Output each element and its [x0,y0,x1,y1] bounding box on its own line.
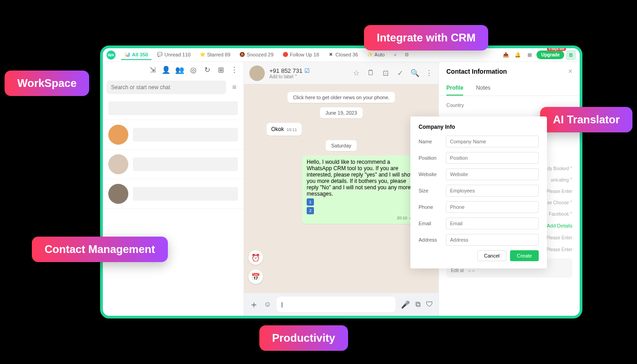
message-time: 19:11 [287,127,297,132]
upgrade-button[interactable]: Upgrade5 days left [536,51,564,59]
input-email[interactable] [446,217,539,229]
company-info-popup: Company Info Name Position Website Size … [410,116,547,268]
input-position[interactable] [446,152,539,164]
chat-list-item[interactable] [103,97,243,120]
archive-icon[interactable]: ⊡ [381,69,389,77]
template-icon[interactable]: ⧉ [415,300,420,308]
star-icon[interactable]: ☆ [352,69,360,77]
keycap-2: 2 [307,207,314,214]
add-label-link[interactable]: Add to label ˅ [269,74,310,79]
label-name: Name [419,139,441,144]
refresh-icon[interactable]: ↻ [202,66,212,74]
note-icon[interactable]: 🗒 [367,69,375,77]
export-icon[interactable]: ⇲ [148,66,157,74]
x-icon: ✖ [328,52,334,57]
inbox-icon[interactable]: 📥 [501,50,511,60]
message-incoming: Okok19:11 [267,123,302,136]
chat-panel: +91 852 731 ☑ Add to label ˅ ☆ 🗒 ⊡ ✓ 🔍 ⋮… [244,62,439,316]
menu-icon[interactable]: ⋮ [425,69,433,77]
label-address: Address [419,237,441,243]
star-icon: ⭐ [200,52,205,57]
chat-list-item[interactable] [103,179,243,209]
tab-unread[interactable]: 💬Unread 110 [153,50,194,60]
chat-body[interactable]: Click here to get older news on your pho… [244,85,439,293]
check-icon[interactable]: ✓ [396,69,404,77]
tab-auto[interactable]: ✨Auto [364,50,389,60]
contact-name: +91 852 731 ☑ [269,67,310,74]
date-pill: June 19, 2023 [320,107,363,118]
calendar-button[interactable]: 📅 [248,269,263,284]
more-icon[interactable]: ⋮ [230,66,239,74]
callout-integrate-crm: Integrate with CRM [364,25,488,51]
tab-closed[interactable]: ✖Closed 36 [324,50,362,60]
callout-productivity: Productivity [259,325,348,351]
upgrade-badge: 5 days left [547,47,566,51]
box-icon[interactable]: ⊞ [216,66,225,74]
dot-icon: 🔴 [283,52,288,57]
label-website: Website [419,172,441,177]
message-input[interactable] [277,297,395,312]
label-phone: Phone [419,204,441,210]
message-outgoing: Hello, I would like to recommend a Whats… [302,156,420,224]
input-phone[interactable] [446,201,539,213]
popup-title: Company Info [419,124,539,130]
app-logo: WA [106,51,116,60]
contact-avatar[interactable] [249,66,265,81]
tab-followup[interactable]: 🔴Follow Up 18 [279,50,323,60]
alarm-button[interactable]: ⏰ [248,250,263,265]
tab-notes[interactable]: Notes [476,81,490,96]
tab-profile[interactable]: Profile [446,81,463,96]
tab-starred[interactable]: ⭐Starred 89 [196,50,234,60]
bell-icon[interactable]: 🔔 [513,50,523,60]
search-icon[interactable]: 🔍 [410,69,419,77]
create-button[interactable]: Create [510,250,539,261]
mic-icon[interactable]: 🎤 [401,300,410,309]
input-company-name[interactable] [446,136,539,147]
user-avatar[interactable]: B [566,50,576,60]
info-header: Contact Information × [439,62,580,81]
chat-input-bar: ＋ ☺ 🎤 ⧉ 🛡 [244,293,439,316]
label-size: Size [419,188,441,193]
sidebar: ⇲ 👤 👥 ◎ ↻ ⊞ ⋮ ≡ [103,62,244,316]
tab-snoozed[interactable]: 🔕Snoozed 29 [236,50,277,60]
input-size[interactable] [446,185,539,197]
info-title: Contact Information [446,68,507,75]
label-email: Email [419,221,441,226]
sparkle-icon: ✨ [367,52,373,57]
chat-list-item[interactable] [103,120,243,150]
grid-icon[interactable]: ▦ [525,50,535,60]
emoji-icon[interactable]: ☺ [264,300,271,308]
snooze-icon: 🔕 [239,52,245,57]
adduser-icon[interactable]: 👤 [162,66,171,74]
sidebar-header: ⇲ 👤 👥 ◎ ↻ ⊞ ⋮ [103,62,243,78]
info-tabs: Profile Notes [439,81,580,96]
floating-actions: ⏰ 📅 [248,250,263,284]
sliders-icon[interactable]: ⚙ [402,50,412,60]
cancel-button[interactable]: Cancel [477,250,506,261]
verified-icon: ☑ [304,67,310,74]
sidebar-actions: ⇲ 👤 👥 ◎ ↻ ⊞ ⋮ [148,66,239,74]
shield-icon[interactable]: 🛡 [426,300,433,308]
chevron-down-icon: ˅ [295,74,297,79]
date-pill: Saturday [326,140,357,151]
group-icon[interactable]: 👥 [175,66,184,74]
app-frame: WA 📊All 350 💬Unread 110 ⭐Starred 89 🔕Sno… [100,46,582,318]
target-icon[interactable]: ◎ [189,66,198,74]
older-news-pill[interactable]: Click here to get older news on your pho… [288,92,395,103]
close-icon[interactable]: × [568,67,572,76]
message-icon: 💬 [157,52,162,57]
callout-translator: AI Translator [540,107,632,132]
message-time: 20:10 [397,216,407,220]
input-address[interactable] [446,234,539,246]
callout-contact-mgmt: Contact Management [32,237,168,262]
topbar: WA 📊All 350 💬Unread 110 ⭐Starred 89 🔕Sno… [103,48,580,62]
tab-all[interactable]: 📊All 350 [121,50,152,60]
input-website[interactable] [446,168,539,180]
plus-icon[interactable]: ＋ [390,50,400,60]
filter-icon[interactable]: ≡ [229,81,240,94]
search-input[interactable] [106,81,226,94]
label-position: Position [419,155,441,161]
attach-icon[interactable]: ＋ [249,298,258,311]
chat-header: +91 852 731 ☑ Add to label ˅ ☆ 🗒 ⊡ ✓ 🔍 ⋮ [244,62,439,85]
chat-list-item[interactable] [103,150,243,179]
